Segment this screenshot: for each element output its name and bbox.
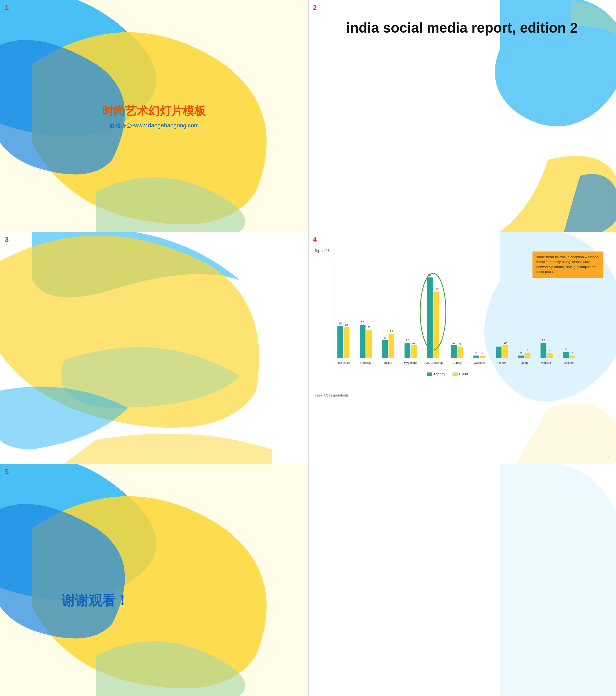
- svg-text:26: 26: [361, 321, 364, 324]
- svg-text:2: 2: [520, 351, 522, 354]
- svg-rect-2: [337, 326, 343, 358]
- svg-text:SMS GupShup: SMS GupShup: [423, 361, 443, 364]
- slide4-page-number: 4: [608, 455, 610, 460]
- svg-text:14: 14: [383, 336, 386, 339]
- svg-rect-28: [451, 345, 457, 358]
- svg-text:52: 52: [435, 287, 438, 290]
- bar-chart-svg: 25 24 RockeTalk 26 22 HIBuddy 14 19 mig3…: [315, 259, 610, 387]
- svg-text:Mygamma: Mygamma: [404, 361, 417, 364]
- svg-rect-49: [547, 353, 553, 358]
- slide1-main-title: 时尚艺术幻灯片模板: [102, 103, 206, 119]
- slide-number-1: 1: [5, 3, 9, 12]
- slide-number-4: 4: [313, 236, 317, 244]
- slide-5: 5 谢谢观看！: [0, 464, 308, 696]
- svg-text:Bubbly: Bubbly: [453, 361, 461, 364]
- svg-text:Mobiluck: Mobiluck: [541, 361, 552, 364]
- slide-number-3: 3: [5, 236, 9, 244]
- slide-2: 2 india social media report, edition 2: [308, 0, 616, 232]
- svg-rect-7: [360, 325, 365, 358]
- svg-text:4: 4: [549, 349, 550, 352]
- svg-text:12: 12: [406, 338, 409, 342]
- svg-text:5: 5: [565, 348, 566, 351]
- svg-text:10: 10: [412, 341, 415, 344]
- svg-rect-43: [518, 355, 524, 358]
- svg-rect-12: [382, 340, 388, 358]
- svg-rect-53: [563, 352, 569, 358]
- svg-text:24: 24: [345, 323, 348, 327]
- svg-text:10: 10: [452, 341, 455, 344]
- svg-text:Qeep: Qeep: [521, 361, 528, 364]
- svg-text:2: 2: [571, 351, 573, 354]
- svg-rect-54: [569, 355, 575, 358]
- slide-number-5: 5: [5, 468, 9, 476]
- svg-text:mig33: mig33: [384, 361, 392, 364]
- svg-rect-39: [502, 345, 508, 358]
- svg-rect-38: [496, 347, 502, 358]
- svg-text:10: 10: [503, 341, 507, 344]
- svg-rect-13: [389, 334, 394, 358]
- slide3-decoration: [0, 232, 308, 464]
- svg-text:Frenzo: Frenzo: [497, 361, 506, 364]
- slide1-title-block: 时尚艺术幻灯片模板 道格办公-www.daogebangong.com: [102, 103, 206, 129]
- slide-grid: 1 时尚艺术幻灯片模板 道格办公-www.daogebangong.com 2: [0, 0, 616, 696]
- slide5-decoration: [0, 464, 308, 696]
- svg-rect-8: [366, 330, 372, 358]
- slide-3: 3: [0, 232, 308, 464]
- svg-text:19: 19: [390, 330, 393, 333]
- svg-rect-23: [433, 291, 439, 358]
- slide2-title: india social media report, edition 2: [309, 19, 616, 36]
- slide-4: 4 fig. in % same trend follows in adopti…: [308, 232, 616, 464]
- svg-text:2: 2: [475, 351, 477, 354]
- svg-rect-22: [427, 278, 433, 358]
- svg-rect-17: [405, 343, 410, 358]
- svg-rect-48: [540, 343, 546, 358]
- svg-text:Client: Client: [459, 372, 468, 376]
- slide-6: [308, 464, 616, 696]
- svg-rect-60: [453, 373, 458, 376]
- svg-rect-29: [457, 347, 463, 358]
- svg-rect-44: [524, 353, 530, 358]
- svg-text:RockeTalk: RockeTalk: [337, 361, 350, 364]
- svg-text:4: 4: [526, 349, 528, 352]
- svg-rect-18: [411, 345, 417, 358]
- chart-area: fig. in % same trend follows in adoption…: [315, 248, 610, 440]
- svg-text:25: 25: [338, 322, 342, 325]
- svg-rect-58: [427, 373, 432, 376]
- slide-number-2: 2: [313, 3, 317, 12]
- chart-base-text: base: 89 respondents: [315, 393, 610, 397]
- svg-rect-33: [473, 355, 479, 358]
- svg-text:9: 9: [497, 343, 499, 346]
- svg-text:Wapspell: Wapspell: [473, 361, 485, 364]
- slide1-subtitle: 道格办公-www.daogebangong.com: [102, 121, 206, 129]
- svg-text:HIBuddy: HIBuddy: [360, 361, 371, 364]
- svg-text:Cellufun: Cellufun: [564, 361, 574, 364]
- svg-point-27: [420, 273, 446, 350]
- slide5-title: 谢谢观看！: [62, 592, 129, 610]
- svg-text:12: 12: [542, 338, 545, 342]
- callout-box: same trend follows in adoption – among t…: [533, 252, 603, 278]
- svg-text:22: 22: [367, 326, 370, 329]
- svg-text:9: 9: [459, 343, 461, 346]
- svg-rect-34: [480, 355, 486, 358]
- svg-rect-3: [344, 327, 349, 358]
- slide6-decoration: [309, 464, 616, 696]
- slide-1: 1 时尚艺术幻灯片模板 道格办公-www.daogebangong.com: [0, 0, 308, 232]
- svg-text:2: 2: [481, 351, 483, 354]
- svg-text:Agency: Agency: [433, 372, 445, 376]
